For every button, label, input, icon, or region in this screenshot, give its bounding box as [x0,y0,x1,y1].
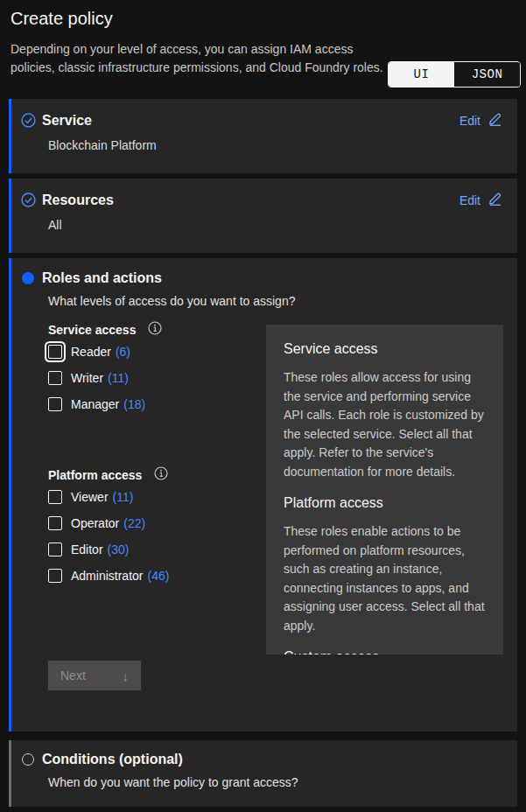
conditions-question: When do you want the policy to grant acc… [20,775,503,789]
step-service: Service Edit Blockchain Platform [9,99,517,173]
operator-label: Operator [71,516,119,530]
manager-label: Manager [71,397,119,411]
platform-access-label: Platform access [48,468,142,482]
operator-checkbox[interactable] [48,516,62,530]
step-resources: Resources Edit All [9,178,517,253]
manager-count: (18) [123,397,145,411]
check-circle-icon [20,113,36,129]
step-resources-title: Resources [42,192,459,208]
pencil-icon [488,112,502,129]
service-value: Blockchain Platform [20,138,503,152]
writer-label: Writer [71,371,103,385]
info-icon[interactable] [154,466,168,484]
administrator-checkbox[interactable] [48,569,62,583]
page-description: Depending on your level of access, you c… [11,40,394,77]
toggle-json-button[interactable]: JSON [454,62,520,87]
next-button[interactable]: Next ↓ [48,661,141,690]
step-roles-and-actions: Roles and actions What levels of access … [9,258,517,732]
reader-count: (6) [116,345,130,359]
access-info-panel: Service access These roles allow access … [266,325,503,654]
info-icon[interactable] [148,321,162,339]
info-service-access-body: These roles allow access for using the s… [284,368,486,481]
resources-value: All [20,218,503,232]
administrator-label: Administrator [71,569,143,583]
info-platform-access-body: These roles enable actions to be perform… [284,522,486,635]
edit-resources-button[interactable]: Edit [459,192,503,208]
filled-circle-icon [20,270,36,286]
edit-resources-label: Edit [459,193,480,207]
view-mode-toggle: UI JSON [388,61,521,88]
arrow-down-icon: ↓ [123,668,130,683]
next-button-label: Next [60,668,86,682]
empty-circle-icon [20,752,36,767]
edit-service-label: Edit [459,114,480,128]
writer-count: (11) [108,371,129,385]
viewer-checkbox[interactable] [48,490,62,504]
step-conditions: Conditions (optional) When do you want t… [9,740,517,807]
writer-checkbox[interactable] [48,371,62,385]
step-conditions-title: Conditions (optional) [42,752,503,767]
viewer-label: Viewer [71,490,109,504]
toggle-ui-button[interactable]: UI [389,62,454,87]
service-access-label: Service access [48,323,136,337]
page-header: Create policy Depending on your level of… [0,0,526,99]
info-service-access-heading: Service access [284,341,486,357]
policy-steps: Service Edit Blockchain Platform Resourc… [9,99,517,807]
edit-service-button[interactable]: Edit [459,112,503,129]
step-roles-title: Roles and actions [42,270,503,286]
check-circle-icon [20,192,36,208]
manager-checkbox[interactable] [48,397,62,411]
roles-question: What levels of access do you want to ass… [20,294,503,308]
reader-label: Reader [71,345,111,359]
viewer-count: (11) [113,490,134,504]
info-platform-access-heading: Platform access [284,495,486,511]
operator-count: (22) [123,516,145,530]
step-service-title: Service [42,113,459,129]
editor-label: Editor [71,542,103,556]
page-title: Create policy [11,9,515,29]
info-custom-access-heading: Custom access [284,649,486,654]
pencil-icon [488,192,502,208]
editor-count: (30) [108,542,130,556]
editor-checkbox[interactable] [48,542,62,556]
reader-checkbox[interactable] [48,345,62,359]
administrator-count: (46) [147,569,169,583]
